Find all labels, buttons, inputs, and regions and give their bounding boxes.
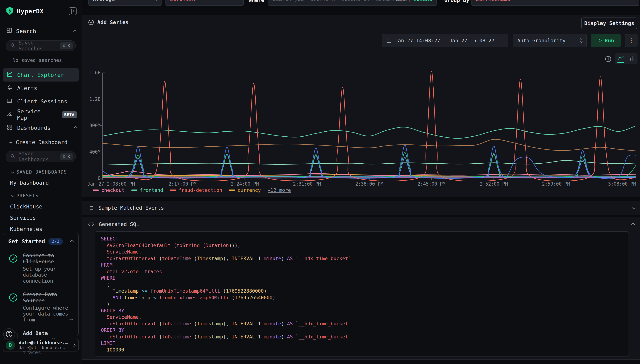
list-icon xyxy=(88,205,94,211)
x-tick-label: 2:17:00 PM xyxy=(169,181,197,187)
app-title: HyperDX xyxy=(17,8,66,15)
series-unlabeled-tan xyxy=(103,139,636,151)
task-desc: Set up your database connection xyxy=(23,266,78,284)
saved-searches-input[interactable]: Saved Searches ⌘ K xyxy=(6,40,76,51)
sidebar-nav: Chart Explorer Alerts Client Sessions Se… xyxy=(0,68,82,134)
sidebar-item-dashboards[interactable]: Dashboards xyxy=(0,121,82,134)
get-started-card: Get Started 2/3 Connect to ClickHouse Se… xyxy=(3,233,79,336)
dashboard-item-my-dashboard[interactable]: My Dashboard xyxy=(10,180,82,186)
series-unlabeled-green xyxy=(103,152,636,177)
x-tick-label: 3:08:00 PM xyxy=(608,181,636,187)
more-menu-button[interactable]: ⋮ xyxy=(625,34,637,47)
logo-row: HyperDX xyxy=(0,0,82,16)
group-by-value: ServiceName xyxy=(476,0,510,2)
no-saved-searches-label: No saved searches xyxy=(13,58,82,63)
field-value: Duration xyxy=(170,0,195,2)
generated-sql-title: Generated SQL xyxy=(99,221,139,227)
get-started-item-connect[interactable]: Connect to ClickHouse Set up your databa… xyxy=(8,252,73,284)
field-input[interactable]: Duration xyxy=(166,0,244,6)
run-button[interactable]: Run xyxy=(591,34,621,47)
get-started-item-sources[interactable]: Create Data Sources Configure where your… xyxy=(8,292,73,323)
sidebar-item-label: Dashboards xyxy=(17,124,51,131)
task-title: Create Data Sources xyxy=(23,292,78,304)
sample-events-panel[interactable]: Sample Matched Events xyxy=(82,200,640,215)
search-events-input[interactable]: Search your events w/ Lucene ex: ColumnN… xyxy=(268,0,437,6)
lucene-toggle[interactable]: Lucene xyxy=(413,0,432,2)
sidebar-item-alerts[interactable]: Alerts xyxy=(0,82,82,95)
chart-explorer-icon xyxy=(7,72,13,78)
legend-item[interactable]: currency xyxy=(229,187,261,193)
saved-dashboards-input[interactable]: Saved Dashboards ⌘ K xyxy=(6,151,76,162)
legend-item[interactable]: fraud-detection xyxy=(170,187,222,193)
chevron-down-icon xyxy=(11,170,15,174)
preset-item-clickhouse[interactable]: ClickHouse xyxy=(10,204,82,210)
granularity-select[interactable]: Auto Granularity xyxy=(513,34,587,47)
generated-sql-header[interactable]: Generated SQL xyxy=(88,217,635,231)
user-email: dale@clickhouse.c… xyxy=(19,345,69,350)
presets-group-header[interactable]: PRESETS xyxy=(11,193,82,198)
sidebar-item-chart-explorer[interactable]: Chart Explorer xyxy=(3,68,79,82)
get-started-progress-badge: 2/3 xyxy=(49,238,63,245)
group-by-input[interactable]: ServiceName xyxy=(471,0,639,6)
chevron-down-icon xyxy=(11,194,15,198)
search-icon xyxy=(10,43,16,49)
aggregation-select[interactable]: Average xyxy=(88,0,162,6)
sidebar-item-label: Client Sessions xyxy=(17,98,67,104)
time-alignment-icon[interactable] xyxy=(604,56,612,63)
sidebar: HyperDX Search Saved Searches ⌘ K No sav… xyxy=(0,0,82,364)
aggregation-value: Average xyxy=(93,0,115,2)
x-tick-label: 2:59:00 PM xyxy=(542,181,570,187)
group-header-label: PRESETS xyxy=(17,193,39,198)
user-menu[interactable]: D dale@clickhouse.… dale@clickhouse.c… xyxy=(3,339,79,352)
beta-badge: BETA xyxy=(62,112,77,118)
preset-item-kubernetes[interactable]: Kubernetes xyxy=(10,226,82,232)
x-tick-label: 2:31:00 PM xyxy=(293,181,321,187)
legend-swatch xyxy=(229,190,235,191)
search-section-header[interactable]: Search xyxy=(0,28,82,34)
legend-swatch xyxy=(93,190,99,191)
help-button[interactable] xyxy=(3,328,15,340)
arrow-right-icon[interactable]: → xyxy=(69,316,73,323)
chevron-up-icon[interactable] xyxy=(70,240,74,244)
run-label: Run xyxy=(605,38,614,44)
sidebar-item-label: Alerts xyxy=(17,85,37,91)
sidebar-item-client-sessions[interactable]: Client Sessions xyxy=(0,95,82,108)
chevron-down-icon xyxy=(632,206,635,210)
sidebar-item-service-map[interactable]: Service Map BETA xyxy=(0,108,82,121)
saved-dashboards-group-header[interactable]: SAVED DASHBOARDS xyxy=(11,169,82,175)
shortcut-badge: ⌘ K xyxy=(60,42,73,49)
play-icon xyxy=(597,38,602,43)
legend-more-link[interactable]: +12 more xyxy=(268,187,291,193)
chart-type-toggle xyxy=(615,53,637,64)
bar-chart-icon[interactable] xyxy=(629,56,635,62)
add-series-button[interactable]: Add Series xyxy=(88,19,129,26)
preset-item-services[interactable]: Services xyxy=(10,215,82,221)
user-name: dale@clickhouse.… xyxy=(19,340,69,346)
date-range-input[interactable]: Jan 27 14:08:27 - Jan 27 15:08:27 xyxy=(382,34,508,47)
x-tick-label: 2:52:00 PM xyxy=(480,181,508,187)
granularity-value: Auto Granularity xyxy=(517,38,580,44)
series-unlabeled-mint xyxy=(103,160,636,165)
legend-item[interactable]: frontend xyxy=(131,187,163,193)
check-circle-icon xyxy=(8,292,19,323)
chevron-up-icon xyxy=(74,126,77,130)
display-settings-button[interactable]: Display Settings xyxy=(581,18,637,29)
create-dashboard-button[interactable]: + Create Dashboard xyxy=(9,139,82,145)
updown-chevron-icon xyxy=(580,38,582,43)
legend-item[interactable]: checkout xyxy=(93,187,125,193)
toggle-divider: | xyxy=(408,0,411,2)
plus-circle-icon xyxy=(88,19,94,26)
chart-legend: checkoutfrontendfraud-detectioncurrency+… xyxy=(93,187,291,193)
sidebar-item-label: Service Map xyxy=(17,108,53,121)
sql-code[interactable]: SELECT AVG(toFloat64OrDefault (toString … xyxy=(95,231,629,356)
timeseries-plot[interactable] xyxy=(97,71,637,181)
x-tick-label: 2:45:00 PM xyxy=(417,181,446,187)
x-tick-label: 2:24:00 PM xyxy=(231,181,259,187)
task-title: Add Data xyxy=(23,330,78,336)
legend-swatch xyxy=(131,190,137,191)
sidebar-collapse-icon[interactable] xyxy=(69,7,77,15)
saved-dashboards-placeholder: Saved Dashboards xyxy=(19,151,57,162)
line-chart-icon[interactable] xyxy=(617,54,624,63)
sql-toggle[interactable]: SQL xyxy=(396,0,405,2)
main-content: Average Duration Where Search your event… xyxy=(82,0,640,364)
